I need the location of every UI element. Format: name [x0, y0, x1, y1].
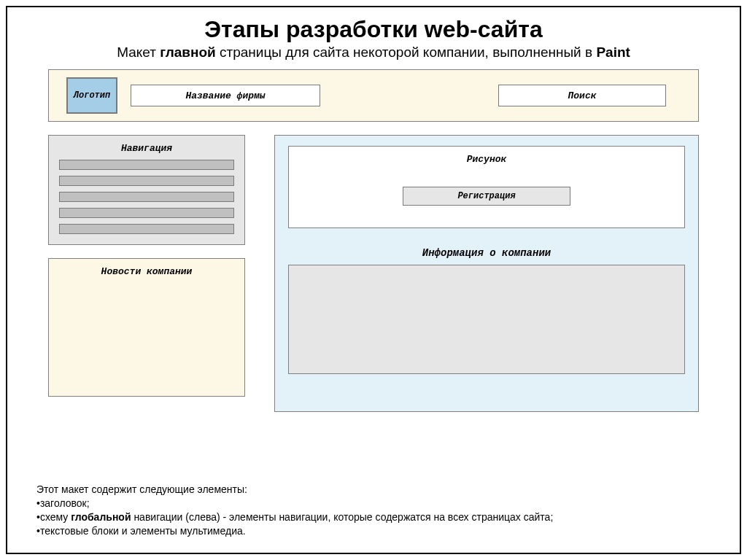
notes-b2-bold: глобальной	[71, 511, 131, 523]
nav-item	[59, 176, 234, 186]
picture-title: Рисунок	[299, 154, 674, 165]
search-box: Поиск	[498, 85, 666, 106]
notes-b2-post: навигации (слева) - элементы навигации, …	[131, 511, 554, 523]
company-info-box	[288, 265, 685, 374]
mockup-header: Логотип Название фирмы Поиск	[48, 69, 699, 122]
notes-intro: Этот макет содержит следующие элементы:	[36, 483, 711, 497]
news-panel: Новости компании	[48, 258, 245, 397]
notes-bullet-3: •текстовые блоки и элементы мультимедиа.	[36, 524, 711, 538]
nav-item	[59, 224, 234, 234]
navigation-panel: Навигация	[48, 135, 245, 245]
logo-box: Логотип	[66, 77, 117, 114]
subtitle-text: Макет	[117, 44, 160, 60]
right-panel: Рисунок Регистрация Информация о компани…	[274, 135, 699, 412]
subtitle: Макет главной страницы для сайта некотор…	[36, 44, 711, 61]
page-title: Этапы разработки web-сайта	[36, 16, 711, 43]
notes-block: Этот макет содержит следующие элементы: …	[36, 483, 711, 538]
slide-frame: Этапы разработки web-сайта Макет главной…	[6, 6, 741, 554]
news-title: Новости компании	[59, 266, 234, 277]
subtitle-bold-2: Paint	[596, 44, 630, 60]
notes-bullet-1: •заголовок;	[36, 497, 711, 510]
right-column: Рисунок Регистрация Информация о компани…	[274, 135, 699, 412]
company-info-title: Информация о компании	[288, 247, 685, 259]
notes-bullet-2: •схему глобальной навигации (слева) - эл…	[36, 510, 711, 524]
subtitle-text-2: страницы для сайта некоторой компании, в…	[216, 44, 597, 60]
left-column: Навигация Новости компании	[48, 135, 245, 412]
notes-b2-pre: •схему	[36, 511, 71, 523]
site-mockup: Логотип Название фирмы Поиск Навигация Н…	[48, 69, 699, 412]
mockup-body: Навигация Новости компании Рисунок Регис…	[48, 135, 699, 412]
nav-item	[59, 208, 234, 218]
registration-button: Регистрация	[403, 187, 570, 206]
nav-item	[59, 192, 234, 202]
subtitle-bold-1: главной	[160, 44, 216, 60]
picture-panel: Рисунок Регистрация	[288, 146, 685, 228]
nav-item	[59, 160, 234, 170]
navigation-title: Навигация	[59, 143, 234, 154]
firm-name-box: Название фирмы	[131, 85, 320, 106]
